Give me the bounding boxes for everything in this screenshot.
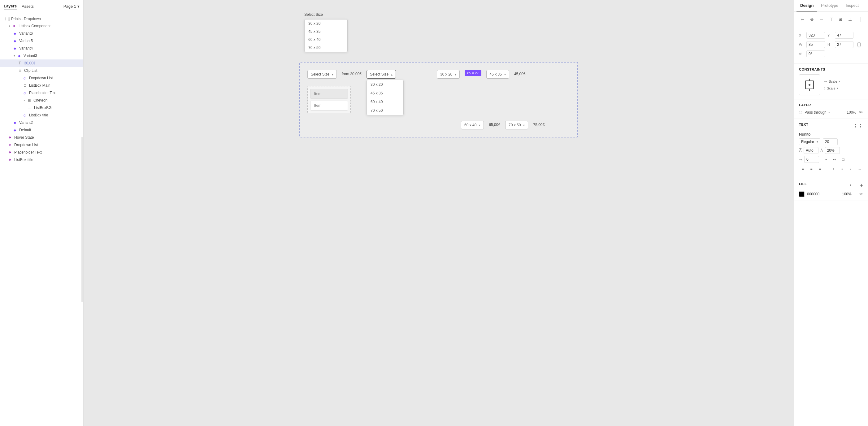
dropdown-item-open-1[interactable]: 30 x 20 [367, 80, 403, 89]
align-top-btn[interactable]: ⊤ [828, 16, 835, 23]
align-right-btn[interactable]: ⊣ [818, 16, 825, 23]
link-proportions-btn[interactable] [856, 41, 862, 48]
layer-listbox-title-2[interactable]: ❖ ListBox title [0, 156, 83, 163]
y-input[interactable] [835, 32, 854, 39]
select-control-6[interactable]: 70 x 50 ▾ [505, 121, 528, 129]
fill-add-btn[interactable]: + [860, 183, 863, 188]
layer-listbox-main[interactable]: ⊡ ListBox Main [0, 82, 83, 89]
select-value-5: 60 x 40 [464, 123, 476, 127]
layer-price-text[interactable]: T 30,00€ [0, 59, 83, 67]
x-input[interactable] [806, 32, 825, 39]
distribute-btn[interactable]: || [856, 16, 863, 23]
align-center-h-btn[interactable]: ⊕ [809, 16, 816, 23]
dropdown-item-open-2[interactable]: 45 x 35 [367, 89, 403, 97]
layer-default[interactable]: ◆ Default [0, 126, 83, 134]
align-left-btn[interactable]: ⊢ [799, 16, 806, 23]
layer-group-header[interactable]: ⣿ Prints - Dropdown [0, 16, 83, 22]
font-style-select[interactable]: Regular ▾ [799, 139, 820, 145]
fill-color-swatch[interactable] [799, 191, 805, 197]
constraints-selects: ↔ Scale ▾ ↕ Scale ▾ [824, 79, 840, 90]
line-height-icon: A̅ [799, 148, 802, 153]
visibility-toggle[interactable]: 👁 [859, 110, 863, 115]
layer-variant5[interactable]: ◆ Variant5 [0, 37, 83, 44]
layer-label: ListBox Main [29, 83, 51, 88]
text-align-right-btn[interactable]: ≡ [816, 165, 824, 173]
text-section: Text ⋮⋮ Nunito Regular ▾ A̅ Ā ⇥ ↔ ⇔ □ [794, 119, 868, 178]
price-label-3: 65,00€ [489, 121, 500, 129]
layer-hover-state[interactable]: ❖ Hover State [0, 134, 83, 141]
layer-mode-select[interactable]: Pass through ▾ [799, 110, 844, 115]
text-align-center-btn[interactable]: ≡ [808, 165, 815, 173]
wh-row: W H [799, 41, 863, 48]
dropdown-item-open-4[interactable]: 70 x 50 [367, 106, 403, 115]
dropdown-item-open-3[interactable]: 60 x 40 [367, 97, 403, 106]
layer-listbox-title[interactable]: ◇ ListBox title [0, 112, 83, 119]
tab-prototype[interactable]: Prototype [817, 0, 842, 11]
layer-variant3[interactable]: ▾ ◆ Variant3 [0, 52, 83, 59]
layer-variant4[interactable]: ◆ Variant4 [0, 44, 83, 52]
text-align-left-btn[interactable]: ≡ [799, 165, 806, 173]
dropdown-item-3[interactable]: 60 x 40 [305, 36, 347, 44]
text-more-btn[interactable]: ⋮⋮ [853, 123, 863, 129]
align-bottom-btn[interactable]: ⊥ [847, 16, 854, 23]
position-section: X Y W H ↺ [794, 28, 868, 64]
font-style-label: Regular [801, 140, 814, 144]
layer-placeholder-text-2[interactable]: ❖ Placeholder Text [0, 149, 83, 156]
text-valign-bot-btn[interactable]: ↓ [847, 165, 855, 173]
constraints-v-select[interactable]: ↕ Scale ▾ [824, 86, 840, 90]
text-align-row: ≡ ≡ ≡ ↑ ↕ ↓ … [799, 165, 863, 173]
rotation-input[interactable] [806, 51, 825, 57]
text-resize-btn-3[interactable]: □ [839, 156, 847, 163]
constraints-h-select[interactable]: ↔ Scale ▾ [824, 79, 840, 84]
dropdown-item-4[interactable]: 70 x 50 [305, 44, 347, 52]
layer-variant6[interactable]: ◆ Variant6 [0, 30, 83, 37]
letter-spacing-input[interactable] [825, 147, 840, 154]
layer-dropdown-list[interactable]: ◇ Dropdown List [0, 74, 83, 82]
list-item-1[interactable]: Item [310, 89, 348, 99]
layer-label: Listbox Component [19, 24, 51, 28]
list-item-2[interactable]: Item [310, 101, 348, 111]
fill-more-btn[interactable]: ⋮⋮ [848, 183, 857, 188]
dropdown-item-1[interactable]: 30 x 20 [305, 20, 347, 28]
layer-opacity-input[interactable]: 100% [847, 110, 856, 115]
sidebar-scrollbar[interactable] [82, 137, 83, 302]
font-name: Nunito [799, 132, 863, 136]
fill-hex-value[interactable]: 000000 [807, 192, 839, 196]
layer-variant2[interactable]: ◆ Variant2 [0, 119, 83, 126]
layer-chevron[interactable]: ▾ ▤ Chevron [0, 97, 83, 104]
layer-dropdown-list-2[interactable]: ❖ Dropdown List [0, 141, 83, 149]
chevron-down-icon: ▾ [523, 124, 525, 127]
font-size-input[interactable] [823, 139, 838, 145]
dropdown-item-2[interactable]: 45 x 35 [305, 28, 347, 36]
text-resize-btn-2[interactable]: ⇔ [831, 156, 838, 163]
layer-clip-list[interactable]: ⊞ Clip List [0, 67, 83, 74]
layer-listboxbg[interactable]: — ListBoxBG [0, 104, 83, 112]
select-control-3[interactable]: 30 x 20 ▾ [437, 70, 460, 79]
text-valign-mid-btn[interactable]: ↕ [838, 165, 846, 173]
paragraph-spacing-input[interactable] [804, 156, 819, 163]
select-control-4[interactable]: 45 x 35 ▾ [486, 70, 509, 79]
line-height-input[interactable] [804, 147, 818, 154]
fill-opacity-value[interactable]: 100% [842, 192, 857, 196]
tab-design[interactable]: Design [797, 0, 817, 11]
standalone-dropdown[interactable]: 30 x 20 45 x 35 60 x 40 70 x 50 [304, 19, 348, 52]
select-control-5[interactable]: 60 x 40 ▾ [461, 121, 484, 129]
text-valign-top-btn[interactable]: ↑ [830, 165, 837, 173]
select-control-2[interactable]: Select Size ▴ [367, 70, 396, 79]
layer-label: Placeholder Text [14, 150, 42, 154]
tab-inspect[interactable]: Inspect [842, 0, 862, 11]
variant-icon: ◆ [12, 127, 17, 132]
h-input[interactable] [835, 41, 854, 48]
page-selector[interactable]: Page 1 ▾ [63, 4, 80, 9]
w-input[interactable] [806, 41, 825, 48]
tab-assets[interactable]: Assets [22, 3, 34, 10]
select-control-1[interactable]: Select Size ▾ [307, 70, 337, 79]
layer-placeholder-text[interactable]: ◇ Placeholder Text [0, 89, 83, 97]
tab-layers[interactable]: Layers [4, 2, 17, 10]
align-center-v-btn[interactable]: ⊞ [837, 16, 844, 23]
align-section: ⊢ ⊕ ⊣ ⊤ ⊞ ⊥ || [794, 12, 868, 28]
text-more-options-btn[interactable]: … [856, 165, 863, 173]
fill-visibility-toggle[interactable]: 👁 [859, 192, 863, 196]
layer-listbox-component[interactable]: ▾ ❖ Listbox Component [0, 22, 83, 30]
text-resize-btn-1[interactable]: ↔ [822, 156, 830, 163]
